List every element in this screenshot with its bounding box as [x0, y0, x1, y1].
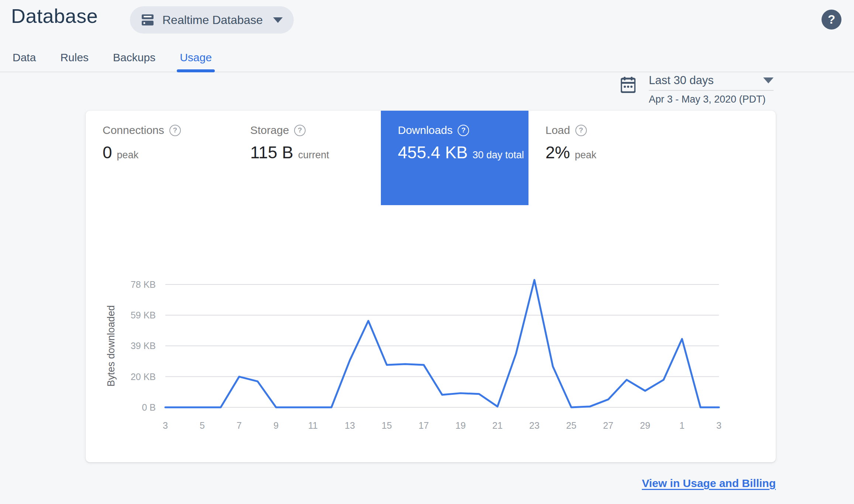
x-axis-tick: 7	[237, 420, 242, 431]
metric-label: Load	[545, 124, 570, 137]
metric-suffix: peak	[575, 149, 596, 161]
x-axis-tick: 3	[716, 420, 722, 431]
x-axis-tick: 5	[200, 420, 205, 431]
metric-tile-downloads[interactable]: Downloads?455.4 KB30 day total	[381, 111, 528, 205]
x-axis-tick: 15	[382, 420, 392, 431]
downloads-chart: 0 B20 KB39 KB59 KB78 KB35791113151719212…	[100, 269, 727, 439]
help-icon[interactable]: ?	[458, 125, 469, 136]
help-button[interactable]: ?	[822, 10, 841, 30]
metric-value: 2%	[545, 142, 570, 162]
help-icon[interactable]: ?	[575, 125, 587, 136]
database-selector[interactable]: Realtime Database	[130, 6, 294, 34]
x-axis-tick: 13	[345, 420, 355, 431]
y-axis-tick: 59 KB	[131, 310, 156, 320]
database-selector-label: Realtime Database	[162, 13, 263, 27]
question-mark-icon: ?	[828, 13, 835, 27]
x-axis-tick: 1	[679, 420, 685, 431]
metric-suffix: peak	[117, 149, 139, 161]
x-axis-tick: 25	[566, 420, 576, 431]
y-axis-tick: 0 B	[142, 402, 156, 412]
x-axis-tick: 19	[455, 420, 466, 431]
x-axis-tick: 17	[419, 420, 429, 431]
x-axis-tick: 21	[492, 420, 503, 431]
tab-usage[interactable]: Usage	[180, 44, 212, 72]
metric-value: 455.4 KB	[398, 142, 468, 162]
x-axis-tick: 9	[273, 420, 279, 431]
tab-rules[interactable]: Rules	[60, 44, 89, 72]
metric-tiles: Connections?0peakStorage?115 BcurrentDow…	[86, 111, 676, 205]
downloads-line-series	[165, 280, 719, 407]
y-axis-tick: 20 KB	[131, 372, 156, 382]
chevron-down-icon[interactable]	[763, 77, 774, 83]
page-title: Database	[11, 4, 98, 27]
database-icon	[141, 13, 154, 27]
metric-suffix: current	[298, 149, 329, 161]
x-axis-tick: 27	[603, 420, 613, 431]
metric-label: Connections	[103, 124, 164, 137]
date-range-detail: Apr 3 - May 3, 2020 (PDT)	[649, 94, 774, 105]
tab-data[interactable]: Data	[13, 44, 36, 72]
calendar-icon	[621, 77, 636, 93]
metric-label: Downloads	[398, 124, 452, 137]
metric-value: 0	[103, 142, 112, 162]
help-icon[interactable]: ?	[294, 125, 306, 136]
x-axis-tick: 29	[640, 420, 650, 431]
tab-backups[interactable]: Backups	[113, 44, 155, 72]
date-range-preset: Last 30 days	[649, 74, 714, 87]
metric-tile-storage[interactable]: Storage?115 Bcurrent	[233, 111, 381, 205]
usage-card: Connections?0peakStorage?115 BcurrentDow…	[86, 111, 776, 462]
y-axis-label: Bytes downloaded	[106, 305, 117, 387]
x-axis-tick: 3	[163, 420, 168, 431]
tab-bar: DataRulesBackupsUsage	[0, 44, 854, 72]
x-axis-tick: 23	[529, 420, 540, 431]
chevron-down-icon	[273, 17, 283, 23]
metric-value: 115 B	[250, 142, 293, 162]
help-icon[interactable]: ?	[169, 125, 181, 136]
metric-tile-connections[interactable]: Connections?0peak	[86, 111, 233, 205]
y-axis-tick: 78 KB	[131, 279, 156, 290]
date-range-selector[interactable]: Last 30 days Apr 3 - May 3, 2020 (PDT)	[621, 74, 774, 105]
metric-tile-load[interactable]: Load?2%peak	[528, 111, 676, 205]
y-axis-tick: 39 KB	[131, 341, 156, 351]
x-axis-tick: 11	[308, 420, 318, 431]
view-usage-billing-link[interactable]: View in Usage and Billing	[642, 477, 776, 490]
metric-label: Storage	[250, 124, 289, 137]
metric-suffix: 30 day total	[472, 149, 524, 161]
